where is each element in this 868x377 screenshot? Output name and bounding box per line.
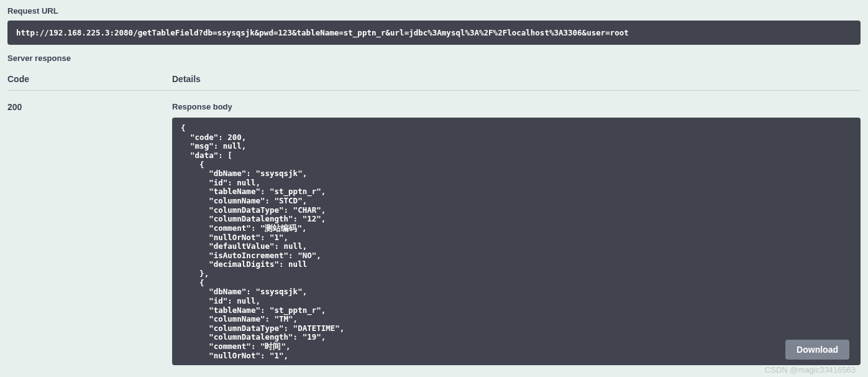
- request-url-label: Request URL: [7, 6, 861, 16]
- response-body-box[interactable]: { "code": 200, "msg": null, "data": [ { …: [172, 118, 861, 365]
- code-column-header: Code: [7, 74, 172, 84]
- response-code-value: 200: [7, 102, 172, 377]
- response-data-row: 200 Response body { "code": 200, "msg": …: [7, 102, 861, 377]
- watermark: CSDN @magic33416563: [765, 365, 856, 375]
- details-column-header: Details: [172, 74, 861, 84]
- server-response-label: Server response: [7, 54, 861, 63]
- response-header-row: Code Details: [7, 74, 861, 91]
- response-body-label: Response body: [172, 102, 861, 111]
- response-details-content: Response body { "code": 200, "msg": null…: [172, 102, 861, 377]
- request-url-box: http://192.168.225.3:2080/getTableField?…: [7, 21, 861, 45]
- download-button[interactable]: Download: [785, 340, 849, 360]
